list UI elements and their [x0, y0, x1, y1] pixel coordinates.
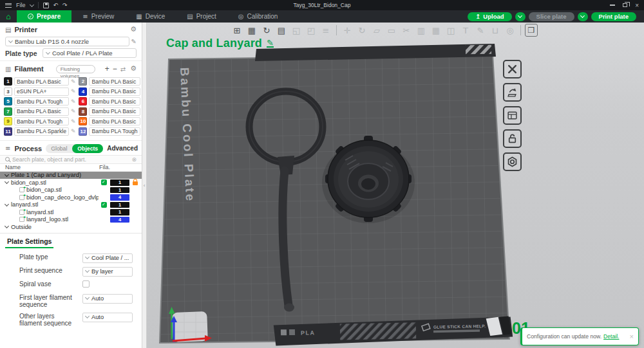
filament-badge[interactable]: 1	[110, 202, 129, 208]
edit-filament-icon[interactable]: ✎	[71, 88, 76, 95]
printer-settings-gear-icon[interactable]: ⚙	[130, 26, 137, 33]
plate-type-setting-select[interactable]: Cool Plate / ...	[82, 253, 133, 263]
close-toast-icon[interactable]: ×	[630, 333, 634, 340]
filament-color-chip[interactable]: 3	[4, 87, 12, 96]
tree-row-part[interactable]: bidon_cap.stl 1	[0, 187, 142, 194]
chevron-down-icon[interactable]	[4, 224, 8, 228]
add-plate-icon[interactable]: ▦	[245, 24, 258, 37]
plate-parameters-button[interactable]	[503, 152, 522, 171]
filament-item[interactable]: 5Bambu PLA Tough✎	[4, 97, 75, 105]
home-tab[interactable]: ⌂	[0, 10, 17, 23]
global-toggle[interactable]: Global	[46, 144, 72, 153]
other-layers-sequence-select[interactable]: Auto	[82, 313, 133, 322]
filament-color-chip[interactable]: 2	[79, 77, 87, 86]
filament-color-chip[interactable]: 12	[79, 127, 87, 136]
sidebar-collapse-handle[interactable]: ‹	[142, 23, 147, 348]
toast-detail-link[interactable]: Detail.	[603, 333, 619, 340]
upload-button[interactable]: ↥ Upload	[468, 12, 511, 21]
filament-color-chip[interactable]: 6	[79, 97, 87, 105]
filament-item[interactable]: 4Bambu PLA Basic✎	[79, 87, 142, 96]
slice-dropdown-button[interactable]	[515, 12, 526, 21]
filament-color-chip[interactable]: 4	[79, 87, 87, 96]
edit-filament-icon[interactable]: ✎	[71, 98, 76, 105]
edit-filament-icon[interactable]: ✎	[71, 78, 76, 85]
filament-item[interactable]: 8Bambu PLA Basic✎	[79, 107, 142, 116]
filament-item[interactable]: 10Bambu PLA Basic✎	[79, 117, 142, 125]
filament-badge[interactable]: 4	[110, 194, 129, 201]
edit-filament-icon[interactable]: ✎	[71, 108, 76, 114]
printer-preset-select[interactable]: Bambu Lab P1S 0.4 nozzle	[5, 37, 129, 46]
edit-filament-icon[interactable]: ✎	[71, 118, 76, 125]
plate-settings-button[interactable]	[503, 106, 522, 125]
auto-orient-icon[interactable]: ↻	[260, 24, 273, 37]
filament-item[interactable]: 1Bambu PLA Basic✎	[4, 77, 75, 86]
chevron-down-icon[interactable]	[4, 172, 8, 177]
filament-badge[interactable]: 1	[110, 209, 129, 215]
filament-badge[interactable]: 1	[110, 187, 129, 194]
print-plate-button[interactable]: Print plate	[591, 12, 636, 21]
visibility-checkbox[interactable]: ✓	[101, 179, 107, 185]
plate-settings-tab[interactable]: Plate Settings	[5, 236, 53, 248]
redo-icon[interactable]: ↷	[62, 2, 68, 8]
add-filament-button[interactable]: +	[105, 66, 109, 72]
clear-search-icon[interactable]: ⊗	[131, 156, 137, 163]
visibility-checkbox[interactable]: ✓	[101, 202, 107, 208]
lock-plate-button[interactable]	[503, 129, 522, 148]
filament-color-chip[interactable]: 7	[4, 107, 12, 116]
search-input[interactable]	[12, 156, 129, 163]
auto-orient-plate-button[interactable]	[503, 83, 522, 102]
assembly-view-icon[interactable]: ❒	[525, 24, 538, 37]
minimize-button[interactable]	[610, 5, 615, 5]
delete-plate-button[interactable]	[503, 60, 522, 78]
tab-device[interactable]: ▦ Device	[125, 10, 176, 23]
tree-row-object[interactable]: lanyard.stl ✓ 1	[0, 201, 142, 209]
filament-color-chip[interactable]: 8	[79, 107, 87, 116]
tree-row-plate1[interactable]: Plate 1 (Cap and Lanyard)	[0, 172, 142, 179]
objects-toggle[interactable]: Objects	[72, 144, 103, 153]
chevron-down-icon[interactable]	[4, 202, 8, 206]
edit-filament-icon[interactable]: ✎	[71, 128, 76, 134]
filament-item[interactable]: 9Bambu PLA Tough✎	[4, 117, 75, 125]
remove-filament-button[interactable]: −	[113, 66, 117, 72]
spiral-vase-checkbox[interactable]	[82, 280, 90, 288]
tree-row-object[interactable]: bidon_cap.stl ✓ 1	[0, 179, 142, 187]
save-icon[interactable]	[43, 3, 49, 8]
arrange-icon[interactable]: ▤	[275, 24, 288, 37]
tab-project[interactable]: ▤ Project	[176, 10, 227, 23]
filament-color-chip[interactable]: 11	[4, 127, 12, 136]
filament-item[interactable]: 2Bambu PLA Basic✎	[79, 77, 142, 86]
chevron-down-icon[interactable]	[29, 2, 33, 6]
tree-row-part[interactable]: lanyard_logo.stl 4	[0, 216, 142, 224]
filament-badge[interactable]: 1	[110, 179, 129, 186]
first-layer-sequence-select[interactable]: Auto	[82, 294, 133, 304]
filament-color-chip[interactable]: 1	[4, 77, 12, 86]
viewport-3d[interactable]: ⊞ ▦ ↻ ▤ ◱ ◰ ≡ ✛ ↻ ▱ ▭ ✂ ▥ ▦ ◫ T ✎ ⊔ ◎ ❒ …	[147, 23, 644, 348]
tab-prepare[interactable]: ✓ Prepare	[17, 10, 71, 23]
filament-badge[interactable]: 4	[110, 217, 129, 223]
filament-color-chip[interactable]: 9	[4, 117, 12, 125]
filament-settings-gear-icon[interactable]: ⚙	[130, 66, 137, 72]
filament-color-chip[interactable]: 10	[79, 117, 87, 125]
edit-plate-name-icon[interactable]: ✎	[267, 39, 274, 48]
chevron-down-icon[interactable]	[4, 179, 8, 184]
tree-row-part[interactable]: lanyard.stl 1	[0, 208, 142, 216]
file-menu[interactable]: File	[16, 2, 26, 8]
plate-type-select[interactable]: Cool Plate / PLA Plate	[43, 48, 137, 58]
print-dropdown-button[interactable]	[578, 12, 588, 21]
undo-icon[interactable]: ↶	[53, 2, 59, 8]
tab-preview[interactable]: ≡ Preview	[71, 10, 125, 23]
filament-item[interactable]: 6Bambu PLA Basic✎	[79, 97, 142, 105]
tree-row-outside[interactable]: Outside	[0, 223, 142, 231]
filament-item[interactable]: 3eSUN PLA+✎	[4, 87, 75, 96]
print-sequence-select[interactable]: By layer	[82, 267, 133, 277]
flushing-volumes-button[interactable]: Flushing volumes	[56, 65, 95, 73]
tab-calibration[interactable]: ◎ Calibration	[227, 10, 289, 23]
filament-color-chip[interactable]: 5	[4, 97, 12, 105]
filament-item[interactable]: 11Bambu PLA Sparkle✎	[4, 127, 75, 136]
filament-item[interactable]: 12Bambu PLA Tough✎	[79, 127, 142, 136]
filament-item[interactable]: 7Bambu PLA Basic✎	[4, 107, 75, 116]
add-object-icon[interactable]: ⊞	[231, 24, 243, 37]
sync-filament-icon[interactable]: ⇄	[120, 66, 126, 73]
maximize-button[interactable]	[623, 3, 627, 7]
close-button[interactable]: ×	[635, 2, 639, 9]
